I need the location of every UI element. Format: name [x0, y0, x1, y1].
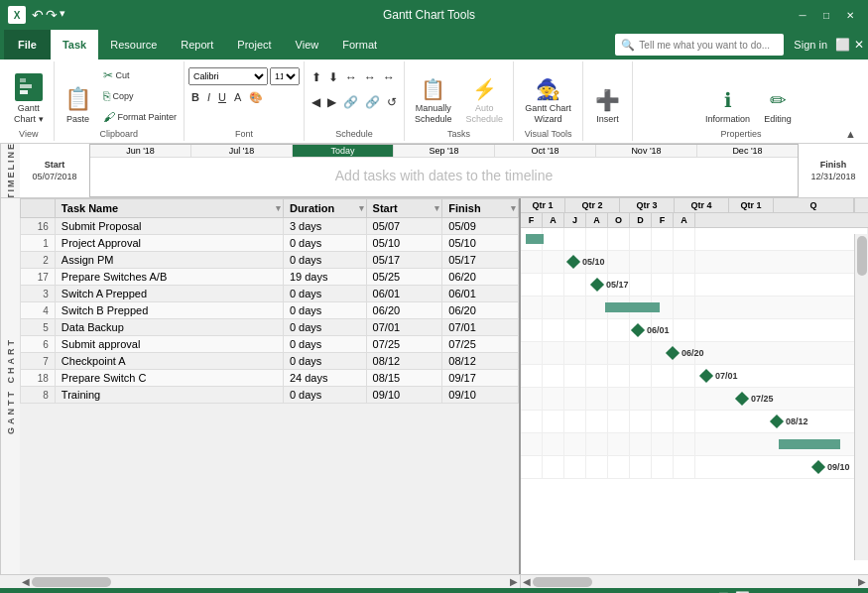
manually-schedule-button[interactable]: 📋 ManuallySchedule [409, 65, 458, 127]
task-name-cell[interactable]: Assign PM [55, 252, 283, 269]
menu-resource[interactable]: Resource [98, 30, 169, 59]
ribbon-group-view: GanttChart ▾ View [4, 61, 55, 141]
font-family-select[interactable]: Calibri [188, 67, 268, 85]
timeline-section: TIMELINE Start 05/07/2018 Jun '18 Jul '1… [0, 144, 868, 198]
month-aug-today: Today [293, 145, 394, 157]
auto-schedule-button[interactable]: ⚡ AutoSchedule [460, 65, 510, 127]
editing-button[interactable]: ✏ Editing [758, 65, 798, 127]
menu-project[interactable]: Project [225, 30, 283, 59]
schedule-btn-3[interactable]: ↔ [342, 67, 360, 87]
schedule-btn-10[interactable]: ↺ [384, 92, 400, 112]
table-row: 18 Prepare Switch C 24 days 08/15 09/17 [21, 370, 519, 387]
schedule-btn-6[interactable]: ◀ [309, 92, 323, 112]
menu-format[interactable]: Format [330, 30, 389, 59]
table-row: 2 Assign PM 0 days 05/17 05/17 [21, 252, 519, 269]
gantt-grid-cell [564, 342, 586, 364]
sign-in-button[interactable]: Sign in [794, 39, 827, 51]
copy-button[interactable]: ⎘ Copy [100, 86, 181, 106]
menu-view[interactable]: View [284, 30, 331, 59]
gantt-wizard-label: Gantt ChartWizard [525, 103, 571, 125]
task-name-cell[interactable]: Checkpoint A [55, 353, 283, 370]
undo-button[interactable]: ↶ [32, 7, 44, 23]
minimize-button[interactable]: ─ [793, 5, 812, 25]
month-O: O [608, 213, 630, 227]
scrollbar-thumb-v[interactable] [857, 236, 867, 276]
menu-file[interactable]: File [4, 30, 51, 59]
gantt-vertical-scrollbar[interactable] [854, 234, 868, 560]
schedule-btn-1[interactable]: ⬆ [309, 67, 324, 87]
task-name-cell[interactable]: Submit Proposal [55, 218, 283, 235]
gantt-grid-cell [674, 411, 695, 432]
ribbon-group-schedule-label: Schedule [335, 127, 373, 141]
italic-button[interactable]: I [204, 87, 213, 107]
font-size-select[interactable]: 11 [270, 67, 300, 85]
cut-button[interactable]: ✂ Cut [100, 65, 181, 85]
menu-bar: File Task Resource Report Project View F… [0, 30, 868, 59]
maximize-button[interactable]: □ [816, 5, 836, 25]
gantt-scroll-left[interactable]: ◀ [521, 576, 533, 587]
scroll-right-arrow[interactable]: ▶ [508, 576, 520, 587]
start-cell: 05/10 [366, 235, 442, 252]
schedule-btn-9[interactable]: 🔗 [362, 92, 383, 112]
gantt-milestone-label: 09/10 [827, 462, 850, 472]
col-start[interactable]: Start ▾ [366, 199, 442, 218]
gantt-grid-cell [630, 388, 652, 410]
gantt-grid-cell [652, 274, 674, 296]
qtr3-header: Qtr 3 [620, 198, 675, 212]
menu-task[interactable]: Task [51, 30, 98, 59]
information-button[interactable]: ℹ Information [699, 65, 756, 127]
collapse-ribbon-icon[interactable]: ⬜ [835, 38, 850, 52]
table-row: 17 Prepare Switches A/B 19 days 05/25 06… [21, 269, 519, 286]
task-name-cell[interactable]: Submit approval [55, 336, 283, 353]
underline-button[interactable]: U [215, 87, 229, 107]
gantt-grid-cell [586, 319, 608, 341]
row-num: 18 [21, 370, 56, 387]
gantt-scroll-right[interactable]: ▶ [856, 576, 868, 587]
task-name-cell[interactable]: Data Backup [55, 319, 283, 336]
scroll-left-arrow[interactable]: ◀ [20, 576, 32, 587]
ribbon-collapse-button[interactable]: ▲ [845, 128, 860, 140]
close-ribbon-icon[interactable]: ✕ [854, 38, 864, 52]
schedule-btn-8[interactable]: 🔗 [340, 92, 361, 112]
task-name-cell[interactable]: Prepare Switch C [55, 370, 283, 387]
gantt-wizard-button[interactable]: 🧙 Gantt ChartWizard [519, 65, 577, 127]
row-num: 5 [21, 319, 56, 336]
table-row: 5 Data Backup 0 days 07/01 07/01 [21, 319, 519, 336]
task-name-cell[interactable]: Training [55, 387, 283, 404]
background-color-button[interactable]: 🎨 [246, 87, 266, 107]
task-name-cell[interactable]: Prepare Switches A/B [55, 269, 283, 286]
gantt-row: 09/10 [521, 456, 868, 479]
timeline-placeholder: Add tasks with dates to the timeline [335, 168, 553, 183]
month-A1: A [543, 213, 564, 227]
gantt-scroll-thumb[interactable] [533, 577, 592, 587]
schedule-btn-4[interactable]: ↔ [361, 67, 379, 87]
duration-cell: 0 days [283, 235, 366, 252]
schedule-btn-7[interactable]: ▶ [324, 92, 339, 112]
menu-report[interactable]: Report [169, 30, 225, 59]
paste-button[interactable]: 📋 Paste [59, 65, 98, 127]
month-jul: Jul '18 [191, 145, 293, 157]
editing-label: Editing [764, 114, 792, 125]
gantt-chart-button[interactable]: GanttChart ▾ [8, 65, 50, 127]
font-color-button[interactable]: A [231, 87, 244, 107]
format-painter-button[interactable]: 🖌 Format Painter [100, 107, 181, 127]
schedule-btn-5[interactable]: ↔ [380, 67, 398, 87]
insert-button[interactable]: ➕ Insert [588, 65, 628, 127]
col-task-name[interactable]: Task Name ▾ [55, 199, 283, 218]
close-button[interactable]: ✕ [840, 5, 860, 25]
task-name-cell[interactable]: Project Approval [55, 235, 283, 252]
gantt-grid-cell [564, 228, 586, 250]
qtr4-header: Qtr 4 [675, 198, 729, 212]
task-name-cell[interactable]: Switch B Prepped [55, 302, 283, 319]
redo-button[interactable]: ↷ [46, 7, 58, 23]
search-input[interactable] [639, 40, 778, 51]
task-name-cell[interactable]: Switch A Prepped [55, 286, 283, 302]
table-scroll-thumb[interactable] [32, 577, 111, 587]
duration-cell: 0 days [283, 252, 366, 269]
col-duration[interactable]: Duration ▾ [283, 199, 366, 218]
ribbon-group-clipboard-label: Clipboard [100, 127, 139, 141]
schedule-btn-2[interactable]: ⬇ [325, 67, 341, 87]
bold-button[interactable]: B [188, 87, 202, 107]
ribbon-group-visual-tools-label: Visual Tools [525, 127, 572, 141]
col-finish[interactable]: Finish ▾ [442, 199, 519, 218]
